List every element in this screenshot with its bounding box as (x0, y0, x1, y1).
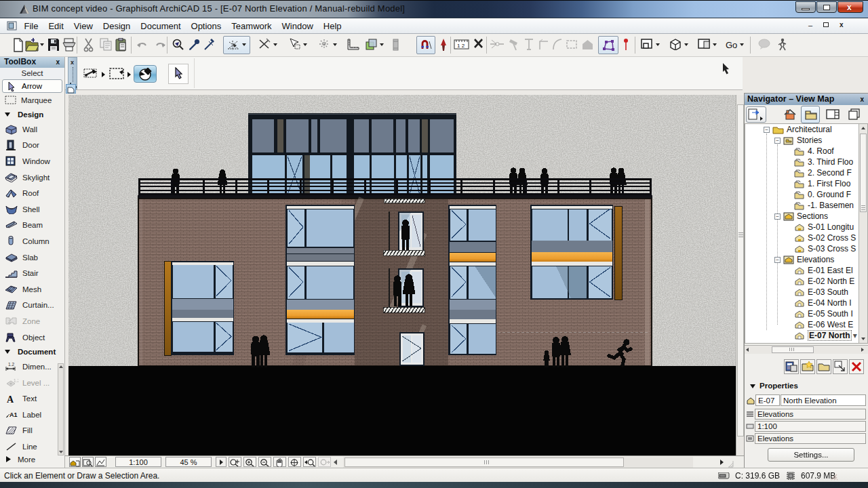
svg-text:Z: Z (8, 319, 12, 324)
svg-text:A: A (7, 394, 14, 404)
svg-text:1 2: 1 2 (457, 43, 465, 49)
svg-text:A1: A1 (9, 411, 18, 418)
svg-text:1.2: 1.2 (14, 378, 18, 383)
svg-text:1.2: 1.2 (8, 362, 14, 367)
